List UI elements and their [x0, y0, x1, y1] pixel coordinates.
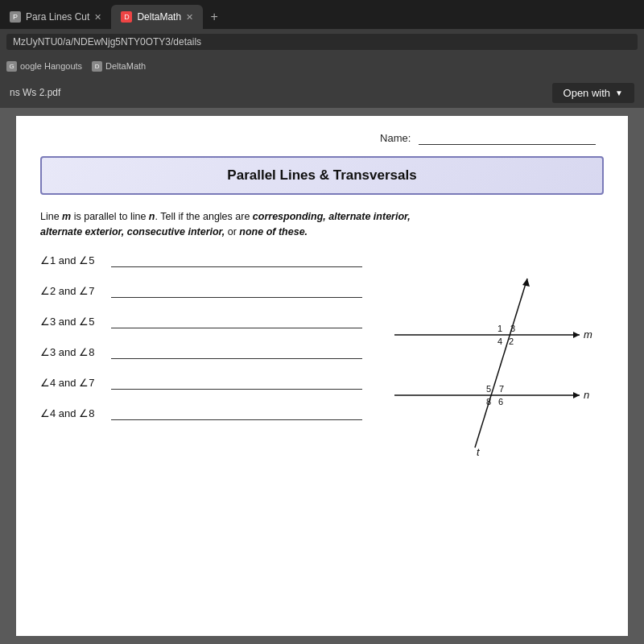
- question-label-6: ∠4 and ∠8: [40, 407, 105, 419]
- pdf-filename: ns Ws 2.pdf: [10, 87, 60, 98]
- tab-favicon-para: P: [10, 11, 21, 23]
- question-row-6: ∠4 and ∠8: [40, 407, 362, 420]
- question-row-2: ∠2 and ∠7: [40, 285, 362, 298]
- browser-chrome: P Para Lines Cut ✕ D DeltaMath ✕ + G oog…: [0, 0, 644, 77]
- question-label-3: ∠3 and ∠5: [40, 316, 105, 328]
- worksheet-title: Parallel Lines & Transversals: [40, 156, 604, 195]
- tab-bar: P Para Lines Cut ✕ D DeltaMath ✕ +: [0, 0, 644, 29]
- instructions-text: Line m is parallel to line n. Tell if th…: [40, 209, 604, 240]
- bookmark-label-deltamath: DeltaMath: [105, 61, 146, 71]
- open-with-arrow-icon: ▼: [615, 89, 623, 97]
- tab-label-delta: DeltaMath: [137, 11, 181, 23]
- answer-line-4[interactable]: [111, 346, 362, 359]
- question-row-5: ∠4 and ∠7: [40, 377, 362, 390]
- question-row-1: ∠1 and ∠5: [40, 254, 362, 267]
- name-label: Name:: [380, 132, 411, 144]
- svg-marker-5: [522, 279, 530, 287]
- pdf-toolbar: ns Ws 2.pdf Open with ▼: [0, 77, 644, 108]
- question-row-3: ∠3 and ∠5: [40, 316, 362, 328]
- pdf-viewer: ns Ws 2.pdf Open with ▼ Name: Parallel L…: [0, 77, 644, 644]
- content-area: ∠1 and ∠5 ∠2 and ∠7 ∠3 and ∠5 ∠3 and ∠8: [40, 254, 604, 467]
- label-t: t: [477, 446, 481, 458]
- label-m: m: [584, 328, 592, 341]
- bookmark-label-hangouts: oogle Hangouts: [20, 61, 82, 71]
- angle-label-1: 1: [497, 324, 502, 333]
- instructions-part2: alternate exterior, consecutive interior…: [40, 226, 308, 237]
- bookmark-favicon-deltamath: D: [92, 61, 102, 72]
- diagram-column: m n t 1: [378, 254, 604, 467]
- tab-favicon-delta: D: [121, 11, 132, 23]
- angle-label-8: 8: [486, 397, 491, 407]
- angle-label-3: 3: [510, 324, 515, 333]
- questions-column: ∠1 and ∠5 ∠2 and ∠7 ∠3 and ∠5 ∠3 and ∠8: [40, 254, 362, 467]
- angle-label-4: 4: [497, 336, 502, 346]
- answer-line-6[interactable]: [111, 407, 362, 420]
- angle-label-6: 6: [498, 397, 503, 407]
- pdf-content: Name: Parallel Lines & Transversals Line…: [16, 116, 628, 636]
- question-label-4: ∠3 and ∠8: [40, 346, 105, 358]
- question-row-4: ∠3 and ∠8: [40, 346, 362, 359]
- bookmark-hangouts[interactable]: G oogle Hangouts: [6, 61, 82, 72]
- parallel-lines-diagram: m n t 1: [378, 254, 604, 464]
- question-label-5: ∠4 and ∠7: [40, 377, 105, 389]
- worksheet-title-text: Parallel Lines & Transversals: [52, 167, 592, 184]
- question-label-1: ∠1 and ∠5: [40, 254, 105, 266]
- name-underline: [419, 132, 596, 145]
- tab-close-delta[interactable]: ✕: [186, 12, 193, 23]
- label-n: n: [584, 389, 589, 401]
- answer-line-2[interactable]: [111, 285, 362, 298]
- bookmark-favicon-hangouts: G: [6, 61, 17, 72]
- tab-deltamath[interactable]: D DeltaMath ✕: [111, 5, 203, 29]
- question-label-2: ∠2 and ∠7: [40, 285, 105, 297]
- url-input[interactable]: [6, 34, 638, 50]
- answer-line-5[interactable]: [111, 377, 362, 390]
- instructions-part1: Line m is parallel to line n. Tell if th…: [40, 211, 411, 222]
- tab-label-para: Para Lines Cut: [26, 11, 89, 23]
- angle-label-2: 2: [509, 336, 514, 346]
- angle-label-7: 7: [499, 384, 504, 394]
- tab-para-lines[interactable]: P Para Lines Cut ✕: [0, 5, 111, 29]
- bookmarks-bar: G oogle Hangouts D DeltaMath: [0, 55, 644, 77]
- tab-close-para[interactable]: ✕: [94, 12, 101, 23]
- open-with-label: Open with: [564, 87, 611, 99]
- svg-marker-3: [573, 392, 580, 398]
- bookmark-deltamath[interactable]: D DeltaMath: [92, 61, 146, 72]
- angle-label-5: 5: [486, 384, 491, 394]
- svg-line-4: [475, 279, 527, 448]
- answer-line-3[interactable]: [111, 316, 362, 328]
- address-bar: [0, 29, 644, 55]
- answer-line-1[interactable]: [111, 254, 362, 267]
- open-with-button[interactable]: Open with ▼: [552, 83, 634, 103]
- new-tab-button[interactable]: +: [203, 6, 225, 28]
- svg-marker-1: [573, 332, 580, 338]
- name-line: Name:: [40, 132, 604, 145]
